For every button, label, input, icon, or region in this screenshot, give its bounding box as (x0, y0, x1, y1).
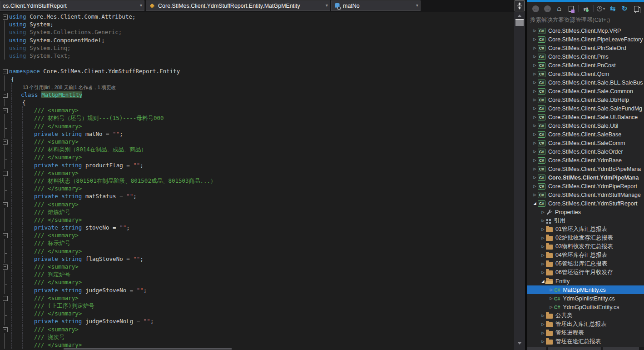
collapse-arrow-icon[interactable]: ◢ (532, 199, 538, 208)
tree-item[interactable]: ▷公共类 (527, 311, 644, 320)
tree-item[interactable]: ▷管坯进程表 (527, 329, 644, 337)
tree-item[interactable]: ▷MatGpMEntity.cs (527, 285, 644, 294)
code-line-foldable[interactable]: /// <summary> (0, 294, 514, 302)
tree-item[interactable]: ▷Core.StlMes.Client.Sale.SaleFundMg (527, 104, 644, 113)
tree-item[interactable]: ◢Entity (527, 277, 644, 285)
code-line-foldable[interactable]: /// <summary> (0, 169, 514, 177)
expand-arrow-icon[interactable]: ▷ (540, 320, 546, 329)
expand-arrow-icon[interactable]: ▷ (548, 294, 554, 303)
expand-arrow-icon[interactable]: ▷ (548, 285, 554, 294)
bottom-tab[interactable] (527, 347, 546, 350)
expand-arrow-icon[interactable]: ▷ (532, 173, 538, 182)
expand-arrow-icon[interactable]: ▷ (548, 303, 554, 311)
home-icon[interactable]: ⌂ (555, 4, 564, 13)
expand-arrow-icon[interactable]: ▷ (540, 251, 546, 260)
editor-vertical-scrollbar[interactable] (514, 12, 525, 350)
expand-arrow-icon[interactable]: ▷ (532, 61, 538, 70)
editor-horizontal-scrollbar-thumb[interactable] (64, 348, 232, 350)
tree-item[interactable]: ▷01管坯入库汇总报表 (527, 225, 644, 234)
back-icon[interactable]: ← (531, 4, 540, 13)
tree-item[interactable]: ▷YdmGpOutlistEntity.cs (527, 303, 644, 311)
expand-arrow-icon[interactable]: ▷ (532, 113, 538, 121)
expand-arrow-icon[interactable]: ▷ (532, 121, 538, 130)
expand-arrow-icon[interactable]: ▷ (532, 130, 538, 139)
expand-arrow-icon[interactable]: ▷ (532, 190, 538, 199)
expand-arrow-icon[interactable]: ▷ (532, 147, 538, 156)
tree-item[interactable]: ▷Core.StlMes.Client.Qcm (527, 70, 644, 78)
tree-item[interactable]: ▷Core.StlMes.Client.Sale.BLL.SaleBus (527, 78, 644, 87)
switch-views-icon[interactable] (566, 4, 575, 13)
tree-item[interactable]: ▷05管坯出库汇总报表 (527, 260, 644, 268)
code-line-foldable[interactable]: /// <summary> (0, 263, 514, 270)
expand-arrow-icon[interactable]: ▷ (532, 139, 538, 147)
expand-arrow-icon[interactable]: ▷ (540, 242, 546, 251)
scrollbar-thumb[interactable] (515, 19, 524, 26)
tree-item[interactable]: ▷管坯出入库汇总报表 (527, 320, 644, 329)
tree-item[interactable]: ▷Core.StlMes.Client.SaleOrder (527, 147, 644, 156)
tree-item[interactable]: ▷Core.StlMes.Client.YdmStuffManage (527, 190, 644, 199)
expand-arrow-icon[interactable]: ▷ (540, 208, 546, 216)
expand-arrow-icon[interactable]: ▷ (532, 182, 538, 190)
tree-item[interactable]: ▷Core.StlMes.Client.SaleComm (527, 139, 644, 147)
code-line-foldable[interactable]: /// <summary> (0, 231, 514, 239)
tree-item[interactable]: ▷管坯在途汇总报表 (527, 337, 644, 346)
tree-item[interactable]: ▷Core.StlMes.Client.SaleBase (527, 130, 644, 139)
code-line-foldable[interactable]: class MatGpMEntity (0, 91, 514, 99)
tree-item[interactable]: ▷Core.StlMes.Client.Sale.DbHelp (527, 95, 644, 104)
bottom-tool-window-tabs[interactable] (527, 347, 644, 350)
expand-arrow-icon[interactable]: ▷ (540, 260, 546, 268)
tree-item[interactable]: ▷YdmGpInlistEntity.cs (527, 294, 644, 303)
tree-item[interactable]: ▷Core.StlMes.Client.PnCost (527, 61, 644, 70)
scroll-up-arrow-icon[interactable] (517, 15, 522, 17)
tree-item[interactable]: ◢Core.StlMes.Client.YdmStuffReport (527, 199, 644, 208)
tree-item[interactable]: ▷06管坯运行年月收发存 (527, 268, 644, 277)
refresh-icon[interactable]: ⇆ (608, 4, 617, 13)
expand-arrow-icon[interactable]: ▷ (532, 104, 538, 113)
expand-arrow-icon[interactable]: ▷ (532, 26, 538, 35)
expand-arrow-icon[interactable]: ▷ (532, 44, 538, 52)
update-icon[interactable]: ↻ (620, 4, 629, 13)
code-editor[interactable]: using Core.Mes.Client.Comm.Attribute;usi… (0, 12, 514, 350)
tree-item[interactable]: ▷Core.StlMes.Client.Pms (527, 52, 644, 61)
type-dropdown[interactable]: Core.StlMes.Client.YdmStuffReport.Entity… (146, 0, 330, 11)
forward-icon[interactable]: → (543, 4, 552, 13)
expand-arrow-icon[interactable]: ▷ (540, 311, 546, 320)
tree-item[interactable]: ▷Core.StlMes.Client.YdmBase (527, 156, 644, 165)
code-line-foldable[interactable]: /// <summary> (0, 325, 514, 333)
tree-item[interactable]: ▷Core.StlMes.Client.PipeLeaveFactory (527, 35, 644, 44)
expand-arrow-icon[interactable]: ▷ (540, 234, 546, 242)
tree-item[interactable]: ▷02炉批收发存汇总报表 (527, 234, 644, 242)
scroll-down-arrow-icon[interactable] (517, 342, 522, 345)
tree-item[interactable]: ▷Core.StlMes.Client.YdmBcPipeMana (527, 165, 644, 173)
expand-arrow-icon[interactable]: ▷ (532, 78, 538, 87)
expand-arrow-icon[interactable]: ▷ (540, 225, 546, 234)
tree-item[interactable]: ▷Core.StlMes.Client.Sale.UI.Balance (527, 113, 644, 121)
collapse-all-icon[interactable] (632, 4, 641, 13)
tree-item[interactable]: ▷Core.StlMes.Client.PlnSaleOrd (527, 44, 644, 52)
tree-item[interactable]: ▷Core.StlMes.Client.Sale.Util (527, 121, 644, 130)
expand-arrow-icon[interactable]: ▷ (532, 52, 538, 61)
expand-arrow-icon[interactable]: ▷ (532, 70, 538, 78)
expand-arrow-icon[interactable]: ▷ (540, 337, 546, 346)
tree-item[interactable]: ▷Properties (527, 208, 644, 216)
tree-item[interactable]: ▷Core.StlMes.Client.Mcp.VRP (527, 26, 644, 35)
project-dropdown[interactable]: es.Client.YdmStuffReport ▾ (0, 0, 144, 11)
pending-changes-filter-icon[interactable]: ▾ (596, 4, 605, 13)
code-line-foldable[interactable]: /// <summary> (0, 106, 514, 114)
collapse-arrow-icon[interactable]: ◢ (540, 277, 546, 285)
member-dropdown[interactable]: matNo ▾ (331, 0, 421, 11)
code-line-foldable[interactable]: /// <summary> (0, 200, 514, 208)
tree-item[interactable]: ▷Core.StlMes.Client.Sale.Common (527, 87, 644, 95)
bottom-tab[interactable] (548, 347, 601, 350)
bottom-tab[interactable] (603, 347, 639, 350)
expand-arrow-icon[interactable]: ▷ (532, 87, 538, 95)
expand-arrow-icon[interactable]: ▷ (532, 165, 538, 173)
tree-item[interactable]: ▷03物料收发存汇总报表 (527, 242, 644, 251)
tree-item[interactable]: ▷Core.StlMes.Client.YdmPipeMana (527, 173, 644, 182)
code-line-foldable[interactable]: /// <summary> (0, 138, 514, 145)
code-line-foldable[interactable]: namespace Core.StlMes.Client.YdmStuffRep… (0, 67, 514, 75)
expand-arrow-icon[interactable]: ▷ (532, 95, 538, 104)
expand-arrow-icon[interactable]: ▷ (540, 216, 546, 225)
solution-explorer-search-input[interactable]: 搜索解决方案资源管理器(Ctrl+;) (527, 15, 644, 25)
tree-item[interactable]: ▷Core.StlMes.Client.YdmPipeReport (527, 182, 644, 190)
